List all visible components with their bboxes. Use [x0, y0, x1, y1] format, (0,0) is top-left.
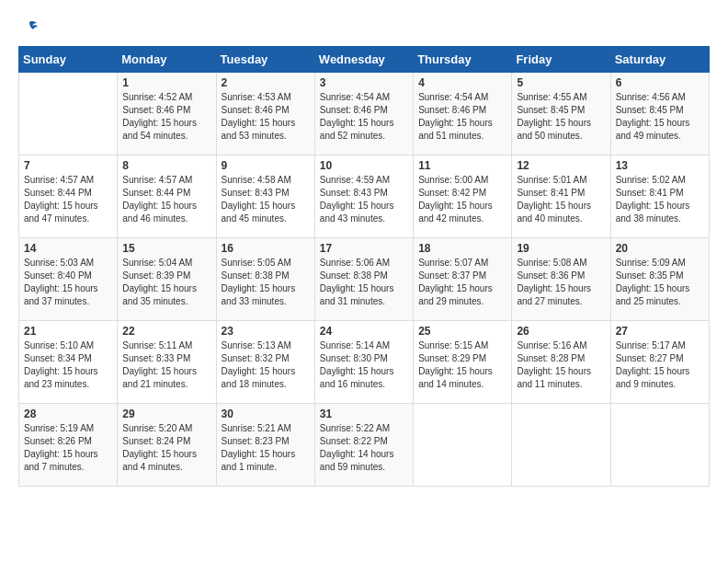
logo-bird-icon	[20, 18, 39, 37]
day-number: 22	[122, 325, 210, 338]
day-info: Sunrise: 5:10 AM Sunset: 8:34 PM Dayligh…	[24, 339, 112, 391]
calendar-cell: 23Sunrise: 5:13 AM Sunset: 8:32 PM Dayli…	[216, 321, 314, 404]
day-info: Sunrise: 4:59 AM Sunset: 8:43 PM Dayligh…	[320, 174, 408, 225]
calendar-cell: 21Sunrise: 5:10 AM Sunset: 8:34 PM Dayli…	[19, 321, 118, 404]
header-saturday: Saturday	[610, 47, 709, 73]
calendar-header-row: SundayMondayTuesdayWednesdayThursdayFrid…	[19, 47, 710, 73]
day-number: 1	[122, 76, 210, 89]
day-number: 23	[222, 325, 310, 338]
day-number: 18	[418, 242, 506, 255]
day-info: Sunrise: 4:57 AM Sunset: 8:44 PM Dayligh…	[24, 174, 112, 225]
calendar-cell	[19, 73, 118, 155]
calendar-cell: 6Sunrise: 4:56 AM Sunset: 8:45 PM Daylig…	[610, 73, 709, 155]
calendar-cell: 25Sunrise: 5:15 AM Sunset: 8:29 PM Dayli…	[414, 321, 512, 404]
day-info: Sunrise: 5:13 AM Sunset: 8:32 PM Dayligh…	[222, 339, 310, 391]
day-number: 8	[122, 159, 210, 172]
day-number: 25	[418, 325, 506, 338]
calendar-week-row: 7Sunrise: 4:57 AM Sunset: 8:44 PM Daylig…	[19, 155, 710, 238]
calendar-cell: 29Sunrise: 5:20 AM Sunset: 8:24 PM Dayli…	[118, 404, 216, 487]
day-info: Sunrise: 5:11 AM Sunset: 8:33 PM Dayligh…	[122, 339, 210, 391]
header-wednesday: Wednesday	[314, 47, 413, 73]
day-info: Sunrise: 5:09 AM Sunset: 8:35 PM Dayligh…	[616, 257, 704, 308]
day-info: Sunrise: 5:16 AM Sunset: 8:28 PM Dayligh…	[517, 339, 605, 391]
calendar-cell: 10Sunrise: 4:59 AM Sunset: 8:43 PM Dayli…	[314, 155, 413, 238]
day-info: Sunrise: 4:57 AM Sunset: 8:44 PM Dayligh…	[122, 174, 210, 225]
calendar-cell: 11Sunrise: 5:00 AM Sunset: 8:42 PM Dayli…	[414, 155, 512, 238]
day-info: Sunrise: 5:04 AM Sunset: 8:39 PM Dayligh…	[122, 257, 210, 308]
calendar-cell: 5Sunrise: 4:55 AM Sunset: 8:45 PM Daylig…	[512, 73, 610, 155]
day-info: Sunrise: 5:08 AM Sunset: 8:36 PM Dayligh…	[517, 257, 605, 308]
day-number: 6	[616, 76, 704, 89]
header-monday: Monday	[118, 47, 216, 73]
day-info: Sunrise: 5:06 AM Sunset: 8:38 PM Dayligh…	[320, 257, 408, 308]
calendar-cell: 31Sunrise: 5:22 AM Sunset: 8:22 PM Dayli…	[314, 404, 413, 487]
calendar-week-row: 21Sunrise: 5:10 AM Sunset: 8:34 PM Dayli…	[19, 321, 710, 404]
calendar-cell	[512, 404, 610, 487]
logo	[18, 18, 39, 37]
calendar-cell: 22Sunrise: 5:11 AM Sunset: 8:33 PM Dayli…	[118, 321, 216, 404]
calendar-cell: 14Sunrise: 5:03 AM Sunset: 8:40 PM Dayli…	[19, 238, 118, 321]
day-number: 30	[222, 408, 310, 420]
day-number: 29	[122, 408, 210, 420]
day-info: Sunrise: 4:58 AM Sunset: 8:43 PM Dayligh…	[222, 174, 310, 225]
day-info: Sunrise: 4:54 AM Sunset: 8:46 PM Dayligh…	[418, 91, 506, 143]
header-thursday: Thursday	[414, 47, 512, 73]
day-number: 10	[320, 159, 408, 172]
calendar-cell: 16Sunrise: 5:05 AM Sunset: 8:38 PM Dayli…	[216, 238, 314, 321]
day-number: 2	[222, 76, 310, 89]
day-number: 3	[320, 76, 408, 89]
day-number: 15	[122, 242, 210, 255]
calendar-cell: 30Sunrise: 5:21 AM Sunset: 8:23 PM Dayli…	[216, 404, 314, 487]
calendar-cell: 28Sunrise: 5:19 AM Sunset: 8:26 PM Dayli…	[19, 404, 118, 487]
calendar-week-row: 28Sunrise: 5:19 AM Sunset: 8:26 PM Dayli…	[19, 404, 710, 487]
day-number: 7	[24, 159, 112, 172]
day-info: Sunrise: 4:52 AM Sunset: 8:46 PM Dayligh…	[122, 91, 210, 143]
calendar-week-row: 14Sunrise: 5:03 AM Sunset: 8:40 PM Dayli…	[19, 238, 710, 321]
day-info: Sunrise: 5:20 AM Sunset: 8:24 PM Dayligh…	[122, 422, 210, 474]
calendar-cell: 12Sunrise: 5:01 AM Sunset: 8:41 PM Dayli…	[512, 155, 610, 238]
calendar-cell: 20Sunrise: 5:09 AM Sunset: 8:35 PM Dayli…	[610, 238, 709, 321]
day-number: 17	[320, 242, 408, 255]
day-number: 20	[616, 242, 704, 255]
day-number: 14	[24, 242, 112, 255]
day-info: Sunrise: 4:55 AM Sunset: 8:45 PM Dayligh…	[517, 91, 605, 143]
calendar-cell: 13Sunrise: 5:02 AM Sunset: 8:41 PM Dayli…	[610, 155, 709, 238]
calendar-week-row: 1Sunrise: 4:52 AM Sunset: 8:46 PM Daylig…	[19, 73, 710, 155]
header-friday: Friday	[512, 47, 610, 73]
calendar-cell: 7Sunrise: 4:57 AM Sunset: 8:44 PM Daylig…	[19, 155, 118, 238]
day-info: Sunrise: 5:17 AM Sunset: 8:27 PM Dayligh…	[616, 339, 704, 391]
calendar-cell: 17Sunrise: 5:06 AM Sunset: 8:38 PM Dayli…	[314, 238, 413, 321]
day-info: Sunrise: 5:15 AM Sunset: 8:29 PM Dayligh…	[418, 339, 506, 391]
day-info: Sunrise: 5:00 AM Sunset: 8:42 PM Dayligh…	[418, 174, 506, 225]
calendar-cell	[414, 404, 512, 487]
calendar-table: SundayMondayTuesdayWednesdayThursdayFrid…	[18, 46, 710, 487]
day-number: 9	[222, 159, 310, 172]
calendar-cell: 26Sunrise: 5:16 AM Sunset: 8:28 PM Dayli…	[512, 321, 610, 404]
day-number: 27	[616, 325, 704, 338]
header-tuesday: Tuesday	[216, 47, 314, 73]
day-number: 24	[320, 325, 408, 338]
calendar-cell: 9Sunrise: 4:58 AM Sunset: 8:43 PM Daylig…	[216, 155, 314, 238]
day-info: Sunrise: 5:22 AM Sunset: 8:22 PM Dayligh…	[320, 422, 408, 474]
page-header	[18, 18, 710, 37]
day-number: 5	[517, 76, 605, 89]
calendar-cell: 24Sunrise: 5:14 AM Sunset: 8:30 PM Dayli…	[314, 321, 413, 404]
calendar-cell: 15Sunrise: 5:04 AM Sunset: 8:39 PM Dayli…	[118, 238, 216, 321]
day-info: Sunrise: 4:53 AM Sunset: 8:46 PM Dayligh…	[222, 91, 310, 143]
day-info: Sunrise: 5:01 AM Sunset: 8:41 PM Dayligh…	[517, 174, 605, 225]
calendar-cell: 19Sunrise: 5:08 AM Sunset: 8:36 PM Dayli…	[512, 238, 610, 321]
day-number: 12	[517, 159, 605, 172]
calendar-cell: 18Sunrise: 5:07 AM Sunset: 8:37 PM Dayli…	[414, 238, 512, 321]
calendar-cell: 27Sunrise: 5:17 AM Sunset: 8:27 PM Dayli…	[610, 321, 709, 404]
day-info: Sunrise: 5:03 AM Sunset: 8:40 PM Dayligh…	[24, 257, 112, 308]
day-number: 26	[517, 325, 605, 338]
day-info: Sunrise: 5:21 AM Sunset: 8:23 PM Dayligh…	[222, 422, 310, 474]
day-number: 13	[616, 159, 704, 172]
calendar-cell: 2Sunrise: 4:53 AM Sunset: 8:46 PM Daylig…	[216, 73, 314, 155]
calendar-cell: 4Sunrise: 4:54 AM Sunset: 8:46 PM Daylig…	[414, 73, 512, 155]
day-info: Sunrise: 5:02 AM Sunset: 8:41 PM Dayligh…	[616, 174, 704, 225]
day-number: 21	[24, 325, 112, 338]
day-info: Sunrise: 5:05 AM Sunset: 8:38 PM Dayligh…	[222, 257, 310, 308]
calendar-cell	[610, 404, 709, 487]
day-number: 4	[418, 76, 506, 89]
